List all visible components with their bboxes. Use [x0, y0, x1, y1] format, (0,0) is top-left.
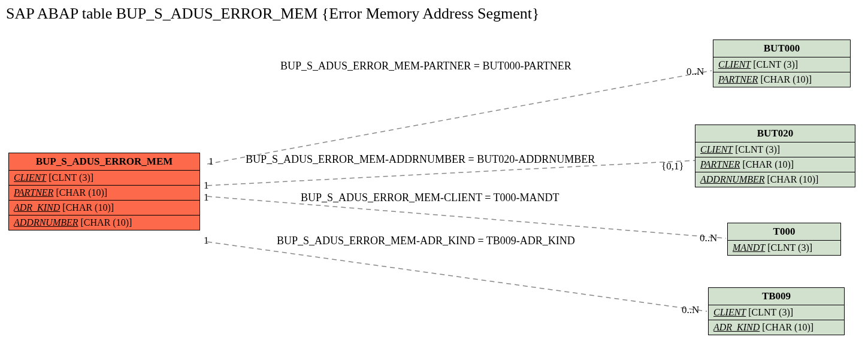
entity-but020: BUT020 CLIENT [CLNT (3)] PARTNER [CHAR (…	[695, 125, 855, 187]
rel-label-4: BUP_S_ADUS_ERROR_MEM-ADR_KIND = TB009-AD…	[277, 235, 575, 247]
entity-field: CLIENT [CLNT (3)]	[9, 171, 199, 186]
svg-line-0	[207, 71, 712, 164]
entity-field: CLIENT [CLNT (3)]	[713, 57, 850, 72]
entity-field: PARTNER [CHAR (10)]	[9, 186, 199, 201]
entity-but000: BUT000 CLIENT [CLNT (3)] PARTNER [CHAR (…	[713, 40, 851, 87]
page-title: SAP ABAP table BUP_S_ADUS_ERROR_MEM {Err…	[6, 5, 539, 23]
entity-header: TB009	[709, 288, 844, 305]
entity-field: CLIENT [CLNT (3)]	[709, 305, 844, 320]
card-right-3: 0..N	[700, 232, 717, 244]
entity-main: BUP_S_ADUS_ERROR_MEM CLIENT [CLNT (3)] P…	[8, 153, 200, 230]
card-left-2: 1	[204, 180, 209, 192]
entity-field: CLIENT [CLNT (3)]	[695, 142, 855, 157]
card-left-1: 1	[208, 156, 214, 168]
entity-header: BUT000	[713, 40, 850, 57]
rel-label-3: BUP_S_ADUS_ERROR_MEM-CLIENT = T000-MANDT	[301, 192, 559, 204]
entity-header: BUT020	[695, 125, 855, 142]
entity-main-header: BUP_S_ADUS_ERROR_MEM	[9, 153, 199, 171]
rel-label-1: BUP_S_ADUS_ERROR_MEM-PARTNER = BUT000-PA…	[280, 60, 571, 72]
entity-field: PARTNER [CHAR (10)]	[695, 157, 855, 172]
entity-field: PARTNER [CHAR (10)]	[713, 72, 850, 87]
entity-field: ADR_KIND [CHAR (10)]	[709, 320, 844, 335]
entity-t000: T000 MANDT [CLNT (3)]	[727, 223, 841, 256]
entity-field: MANDT [CLNT (3)]	[728, 241, 840, 255]
card-left-4: 1	[204, 235, 209, 247]
entity-tb009: TB009 CLIENT [CLNT (3)] ADR_KIND [CHAR (…	[708, 287, 845, 335]
card-right-1: 0..N	[686, 66, 704, 78]
svg-line-3	[207, 242, 707, 311]
entity-field: ADR_KIND [CHAR (10)]	[9, 201, 199, 216]
rel-label-2: BUP_S_ADUS_ERROR_MEM-ADDRNUMBER = BUT020…	[246, 153, 595, 166]
entity-header: T000	[728, 223, 840, 241]
card-left-3: 1	[204, 192, 209, 204]
entity-field: ADDRNUMBER [CHAR (10)]	[9, 216, 199, 230]
card-right-2: {0,1}	[661, 160, 684, 172]
card-right-4: 0..N	[682, 304, 699, 316]
entity-field: ADDRNUMBER [CHAR (10)]	[695, 172, 855, 187]
